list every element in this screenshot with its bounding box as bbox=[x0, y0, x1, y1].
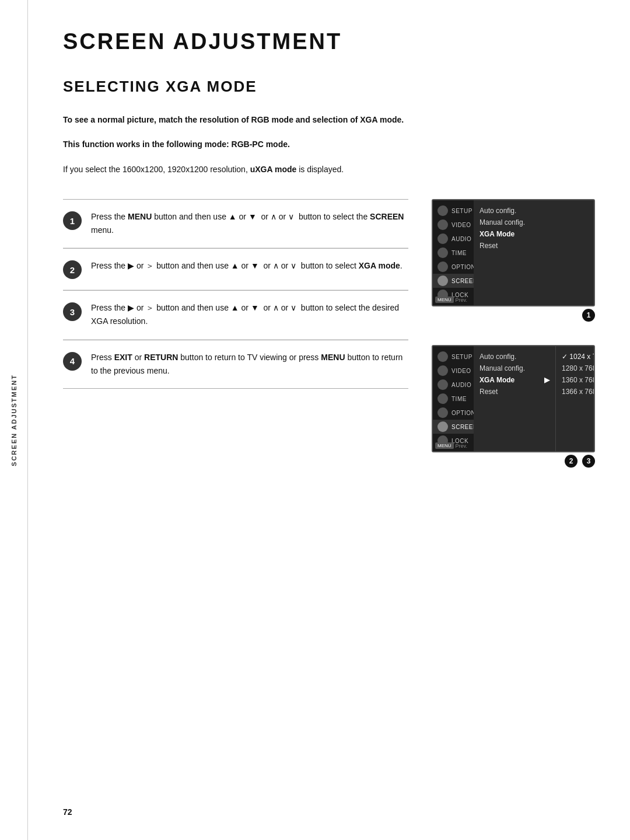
step-text-3: Press the ▶ or ＞ button and then use ▲ o… bbox=[91, 301, 408, 328]
menu-row-video-2: VIDEO bbox=[433, 364, 474, 378]
intro3-prefix: If you select the 1600x1200, 1920x1200 r… bbox=[63, 165, 250, 174]
menu-bottom-bar-2: MENU Prev. bbox=[435, 442, 467, 449]
setup-icon-2 bbox=[438, 351, 448, 362]
steps-left: 1 Press the MENU button and then use ▲ o… bbox=[63, 199, 408, 468]
step-number-3: 3 bbox=[63, 302, 82, 321]
badge-2: 2 bbox=[565, 455, 578, 468]
step-4: 4 Press EXIT or RETURN button to return … bbox=[63, 340, 408, 389]
intro3-suffix: is displayed. bbox=[296, 165, 344, 174]
menu-screenshot-1: SETUP VIDEO AUDIO bbox=[432, 199, 595, 322]
sub-item-1366: 1366 x 768 bbox=[562, 386, 595, 398]
main-content: SCREEN ADJUSTMENT SELECTING XGA MODE To … bbox=[28, 0, 630, 840]
step-text-4: Press EXIT or RETURN button to return to… bbox=[91, 351, 408, 378]
step-number-2: 2 bbox=[63, 260, 82, 279]
menu-sub-panel: ✓ 1024 x 768 1280 x 768 1360 x 768 1366 … bbox=[555, 346, 595, 451]
setup-icon bbox=[438, 205, 448, 216]
menu-image-2: SETUP VIDEO AUDIO bbox=[432, 345, 595, 452]
page-wrapper: SCREEN ADJUSTMENT SCREEN ADJUSTMENT SELE… bbox=[0, 0, 630, 840]
menu-right-2: Auto config. Manual config. XGA Mode ▶ R… bbox=[474, 346, 555, 451]
menu-bottom-bar-1: MENU Prev. bbox=[435, 297, 467, 303]
menu-image-1: SETUP VIDEO AUDIO bbox=[432, 199, 595, 306]
prev-btn-2: MENU bbox=[435, 442, 454, 449]
step-number-1: 1 bbox=[63, 211, 82, 230]
screen-icon bbox=[438, 276, 448, 286]
menu-row-video: VIDEO bbox=[433, 218, 474, 232]
menu-right-reset-2: Reset bbox=[480, 386, 550, 398]
menu-row-time: TIME bbox=[433, 246, 474, 260]
intro-text-2: This function works in the following mod… bbox=[63, 138, 595, 151]
badge-row-1: 1 bbox=[432, 309, 595, 322]
menu-row-audio: AUDIO bbox=[433, 232, 474, 246]
steps-section: 1 Press the MENU button and then use ▲ o… bbox=[63, 199, 595, 468]
steps-right: SETUP VIDEO AUDIO bbox=[432, 199, 595, 468]
badge-1: 1 bbox=[582, 309, 595, 322]
sub-item-1360: 1360 x 768 bbox=[562, 374, 595, 386]
menu-row-option-2: OPTION bbox=[433, 406, 474, 420]
audio-icon-2 bbox=[438, 379, 448, 390]
intro3-bold: uXGA mode bbox=[250, 165, 297, 174]
menu-row-option: OPTION bbox=[433, 260, 474, 274]
menu-right-1: Auto config. Manual config. XGA Mode Res… bbox=[474, 200, 594, 305]
menu-row-time-2: TIME bbox=[433, 392, 474, 406]
menu-right-autoconfig-2: Auto config. bbox=[480, 351, 550, 363]
sub-item-1280: 1280 x 768 bbox=[562, 363, 595, 374]
screen-icon-2 bbox=[438, 421, 448, 432]
menu-right-manualconfig-1: Manual config. bbox=[480, 217, 588, 228]
time-icon bbox=[438, 248, 448, 258]
step-3: 3 Press the ▶ or ＞ button and then use ▲… bbox=[63, 290, 408, 339]
sidebar: SCREEN ADJUSTMENT bbox=[0, 0, 28, 840]
badge-3: 3 bbox=[582, 455, 595, 468]
audio-icon bbox=[438, 233, 448, 244]
menu-row-setup: SETUP bbox=[433, 204, 474, 218]
sub-item-1024: ✓ 1024 x 768 bbox=[562, 351, 595, 363]
menu-row-audio-2: AUDIO bbox=[433, 378, 474, 392]
menu-left-1: SETUP VIDEO AUDIO bbox=[433, 200, 474, 305]
menu-right-xgamode-2: XGA Mode ▶ bbox=[480, 374, 550, 386]
step-1: 1 Press the MENU button and then use ▲ o… bbox=[63, 199, 408, 248]
option-icon bbox=[438, 262, 448, 272]
prev-btn-1: MENU bbox=[435, 297, 454, 303]
menu-left-2: SETUP VIDEO AUDIO bbox=[433, 346, 474, 451]
menu-row-screen-active: SCREEN bbox=[433, 274, 474, 288]
time-icon-2 bbox=[438, 393, 448, 404]
step-text-1: Press the MENU button and then use ▲ or … bbox=[91, 210, 408, 237]
option-icon-2 bbox=[438, 407, 448, 418]
page-title: SCREEN ADJUSTMENT bbox=[63, 29, 595, 54]
badge-row-23: 2 3 bbox=[432, 455, 595, 468]
menu-right-reset-1: Reset bbox=[480, 240, 588, 252]
step-number-4: 4 bbox=[63, 352, 82, 371]
menu-right-xgamode-1: XGA Mode bbox=[480, 228, 588, 240]
section-title: SELECTING XGA MODE bbox=[63, 78, 595, 96]
menu-screenshot-2: SETUP VIDEO AUDIO bbox=[432, 345, 595, 468]
menu-right-manualconfig-2: Manual config. bbox=[480, 363, 550, 374]
menu-row-setup-2: SETUP bbox=[433, 350, 474, 364]
menu-right-autoconfig-1: Auto config. bbox=[480, 205, 588, 217]
video-icon-2 bbox=[438, 365, 448, 376]
menu-row-screen-active-2: SCREEN bbox=[433, 420, 474, 434]
page-number: 72 bbox=[63, 807, 72, 817]
video-icon bbox=[438, 219, 448, 230]
step-2: 2 Press the ▶ or ＞ button and then use ▲… bbox=[63, 248, 408, 290]
step-text-2: Press the ▶ or ＞ button and then use ▲ o… bbox=[91, 259, 402, 273]
intro-text-1: To see a normal picture, match the resol… bbox=[63, 113, 595, 126]
intro-text-3: If you select the 1600x1200, 1920x1200 r… bbox=[63, 163, 595, 176]
sidebar-label: SCREEN ADJUSTMENT bbox=[10, 374, 18, 466]
